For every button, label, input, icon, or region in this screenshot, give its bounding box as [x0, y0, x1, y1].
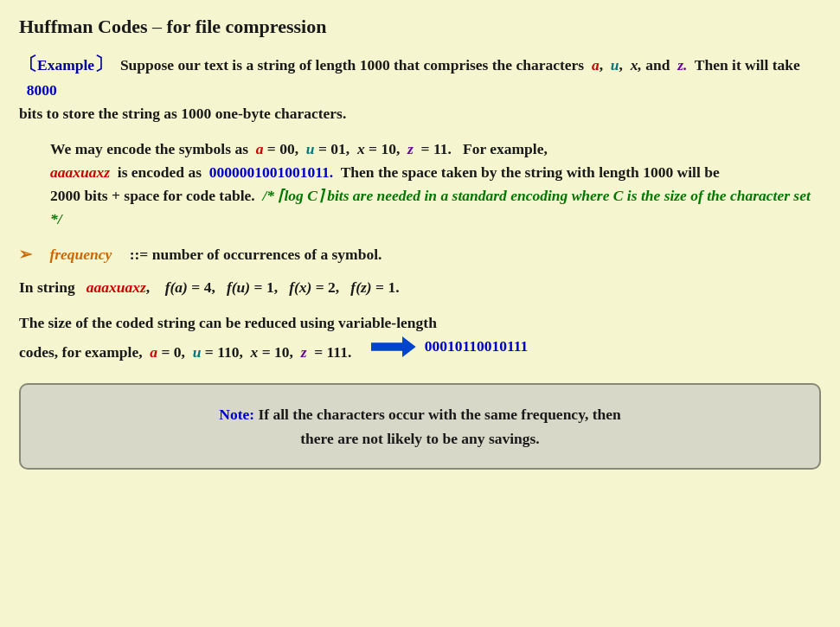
- str-fz: f(z): [350, 278, 371, 296]
- enc-u-val: = 01,: [318, 140, 349, 157]
- enc-x-val: = 10,: [369, 140, 400, 157]
- vl-a-eq: a: [150, 343, 157, 361]
- vl-x-eq: x: [251, 343, 259, 361]
- note-line2: there are not likely to be any savings.: [45, 426, 795, 451]
- vl-u-eq: u: [193, 343, 202, 361]
- var-len-text1: The size of the coded string can be redu…: [19, 314, 437, 331]
- enc-for-example: For example,: [463, 140, 548, 157]
- enc-example-string: aaaxuaxz: [50, 163, 110, 181]
- vl-encoded: 00010110010111: [425, 335, 529, 358]
- right-arrow-icon: [371, 336, 416, 357]
- encoding-block: We may encode the symbols as a = 00, u =…: [19, 138, 821, 232]
- var-len-line1: The size of the coded string can be redu…: [19, 311, 821, 335]
- char-a: a: [592, 56, 600, 74]
- str-fu: f(u): [227, 278, 250, 296]
- vl-z-val: = 111.: [314, 343, 351, 361]
- example-line2: bits to store the string as 1000 one-byt…: [19, 102, 821, 125]
- freq-term: frequency: [49, 243, 112, 266]
- encoding-line2: aaaxuaxz is encoded as 0000001001001011.…: [50, 161, 821, 184]
- char-z: z.: [677, 56, 687, 74]
- arrow-encoded-block: 00010110010111: [371, 335, 529, 358]
- frequency-row: ➢ frequency ::= number of occurrences of…: [19, 243, 821, 267]
- note-label: Note:: [219, 406, 254, 423]
- note-box: Note: If all the characters occur with t…: [19, 383, 821, 470]
- str-fx: f(x): [289, 278, 311, 296]
- char-x: x,: [631, 56, 642, 74]
- enc-then-space: Then the space taken by the string with …: [341, 163, 720, 181]
- str-fz-val: = 1.: [375, 278, 399, 296]
- and: and: [645, 56, 670, 74]
- string-example-block: In string aaaxuaxz, f(a) = 4, f(u) = 1, …: [19, 276, 821, 299]
- var-len-prefix: codes, for example,: [19, 343, 143, 361]
- str-fx-val: = 2,: [316, 278, 339, 296]
- enc-a-val: = 00,: [267, 140, 298, 157]
- variable-length-block: The size of the coded string can be redu…: [19, 311, 821, 364]
- freq-def: ::= number of occurrences of a symbol.: [130, 243, 382, 266]
- enc-z-val: = 11.: [421, 140, 452, 157]
- str-prefix: In string: [19, 278, 75, 296]
- str-fu-val: = 1,: [254, 278, 278, 296]
- bullet-arrow-icon: ➢: [19, 243, 32, 267]
- str-comma: ,: [146, 278, 150, 296]
- then-it-will: Then it will take: [695, 56, 800, 74]
- bracket-open: 〔: [19, 54, 37, 74]
- enc-z-eq: z: [407, 140, 414, 157]
- page-title: Huffman Codes – for file compression: [19, 16, 821, 38]
- encoding-line1: We may encode the symbols as a = 00, u =…: [50, 138, 821, 161]
- enc-encoded-as: is encoded as: [118, 163, 202, 181]
- comma2: ,: [619, 56, 623, 74]
- str-fa-val: = 4,: [191, 278, 215, 296]
- example-block: 〔Example〕 Suppose our text is a string o…: [19, 50, 821, 125]
- title-sub: for file compression: [167, 16, 327, 37]
- str-string: aaaxuaxz: [87, 278, 146, 296]
- example-text1: Suppose our text is a string of length 1…: [120, 56, 584, 74]
- note-text1: If all the characters occur with the sam…: [258, 406, 620, 423]
- encoding-line3: 2000 bits + space for code table. /* ⌈lo…: [50, 184, 821, 231]
- bits-count: 8000: [27, 81, 57, 99]
- note-line1: Note: If all the characters occur with t…: [45, 402, 795, 426]
- enc-u-eq: u: [306, 140, 315, 157]
- str-fa: f(a): [165, 278, 188, 296]
- note-text2: there are not likely to be any savings.: [300, 430, 539, 447]
- var-len-line2: codes, for example, a = 0, u = 110, x = …: [19, 335, 821, 364]
- enc-a-eq: a: [256, 140, 264, 157]
- vl-x-val: = 10,: [262, 343, 293, 361]
- title-main: Huffman Codes: [19, 16, 148, 37]
- example-intro: 〔Example〕 Suppose our text is a string o…: [19, 50, 821, 102]
- vl-a-val: = 0,: [161, 343, 184, 361]
- encoding-intro: We may encode the symbols as: [50, 140, 248, 157]
- vl-u-val: = 110,: [205, 343, 243, 361]
- example-label: Example: [37, 56, 94, 74]
- bracket-close: 〕: [94, 54, 112, 74]
- title-dash: –: [148, 16, 167, 37]
- vl-z-eq: z: [301, 343, 307, 361]
- enc-x-eq: x: [357, 140, 365, 157]
- bits-text2: bits to store the string as 1000 one-byt…: [19, 105, 346, 122]
- char-u: u: [611, 56, 619, 74]
- frequency-block: ➢ frequency ::= number of occurrences of…: [19, 243, 821, 267]
- comma1: ,: [600, 56, 603, 74]
- enc-bits-space: 2000 bits + space for code table.: [50, 187, 255, 204]
- enc-encoded-value: 0000001001001011.: [209, 163, 333, 181]
